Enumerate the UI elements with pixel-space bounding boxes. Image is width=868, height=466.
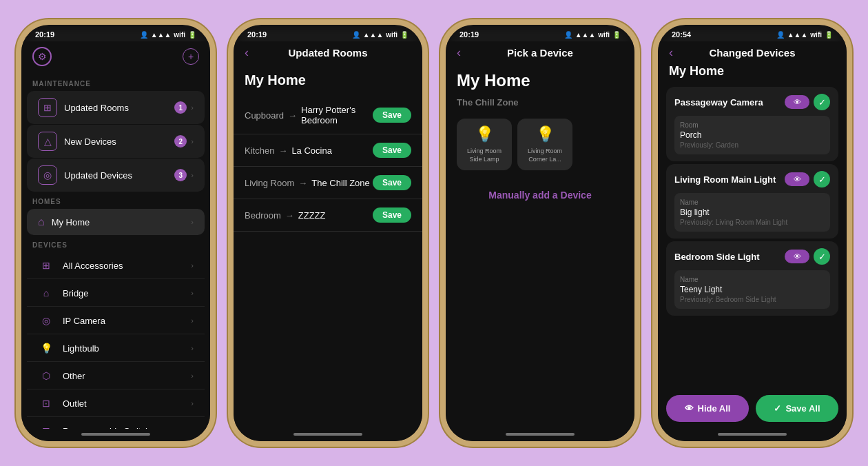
wifi-icon-2: wifi — [386, 31, 397, 39]
room-row-0: Cupboard → Harry Potter's Bedroom Save — [234, 97, 422, 134]
person-icon-1: 👤 — [140, 31, 148, 39]
toggle-eye-0[interactable]: 👁 — [785, 95, 809, 109]
signal-icon-1: ▲▲▲ — [151, 31, 172, 39]
outlet-item[interactable]: ⊡ Outlet › — [27, 390, 205, 417]
save-button-1[interactable]: Save — [373, 143, 411, 158]
toggle-check-0[interactable]: ✓ — [814, 94, 830, 110]
wifi-icon-1: wifi — [174, 31, 185, 39]
updated-devices-icon: ◎ — [38, 165, 57, 185]
device-name-0: Passageway Camera — [674, 97, 785, 108]
detail-label-1: Name — [680, 199, 825, 206]
my-home-item[interactable]: ⌂ My Home › — [27, 209, 205, 235]
time-3: 20:19 — [459, 30, 479, 39]
home-bar — [81, 433, 150, 436]
device-change-top-2: Bedroom Side Light 👁 ✓ — [674, 248, 830, 265]
updated-rooms-badge: 1 — [174, 101, 187, 114]
save-button-2[interactable]: Save — [373, 175, 411, 190]
new-devices-item[interactable]: △ New Devices 2 › — [27, 125, 205, 158]
person-icon-2: 👤 — [352, 31, 360, 39]
changed-home-name: My Home — [658, 61, 847, 84]
eye-icon-0: 👁 — [794, 98, 801, 106]
bridge-item[interactable]: ⌂ Bridge › — [27, 280, 205, 307]
save-button-3[interactable]: Save — [373, 207, 411, 223]
detail-value-1: Big light — [680, 207, 825, 217]
toggle-eye-2[interactable]: 👁 — [785, 250, 809, 263]
home-indicator-3 — [446, 429, 634, 441]
chevron-icon: › — [191, 316, 194, 325]
arrow-2: → — [298, 178, 307, 188]
battery-icon-4: 🔋 — [825, 31, 833, 39]
device-card-corner-la[interactable]: 💡 Living RoomCorner La... — [517, 119, 572, 170]
ip-camera-item[interactable]: ◎ IP Camera › — [27, 307, 205, 334]
phone-3: 20:19 👤 ▲▲▲ wifi 🔋 ‹ Pick a Device My Ho… — [440, 19, 640, 447]
screen-1: ⚙ + MAINTENANCE ⊞ Updated Rooms 1 › △ Ne… — [21, 41, 210, 429]
back-button-4[interactable]: ‹ — [669, 45, 673, 60]
home-indicator-1 — [21, 429, 210, 441]
home-bar — [506, 433, 575, 436]
arrow-0: → — [288, 110, 297, 121]
save-button-0[interactable]: Save — [373, 108, 411, 123]
ip-camera-label: IP Camera — [63, 316, 191, 326]
device-change-detail-2: Name Teeny Light Previously: Bedroom Sid… — [674, 270, 830, 309]
nav-title-4: Changed Devices — [709, 47, 795, 59]
detail-value-0: Porch — [680, 130, 825, 140]
toggle-check-2[interactable]: ✓ — [814, 248, 830, 265]
new-devices-badge: 2 — [174, 135, 187, 148]
detail-label-0: Room — [680, 121, 825, 129]
device-card-side-lamp[interactable]: 💡 Living RoomSide Lamp — [457, 119, 512, 170]
device-name-2: Bedroom Side Light — [674, 252, 785, 262]
phone-1: 20:19 👤 ▲▲▲ wifi 🔋 ⚙ + MAINTENANCE ⊞ Upd… — [16, 19, 216, 447]
device-grid-3: 💡 Living RoomSide Lamp 💡 Living RoomCorn… — [446, 113, 634, 176]
app-header-1: ⚙ + — [21, 41, 210, 74]
chevron-icon: › — [191, 171, 194, 179]
battery-icon-3: 🔋 — [612, 31, 621, 39]
homes-label: HOMES — [21, 192, 210, 208]
manually-add-button[interactable]: Manually add a Device — [446, 176, 634, 214]
updated-devices-badge: 3 — [174, 169, 187, 181]
plus-icon: + — [188, 51, 194, 62]
back-button-3[interactable]: ‹ — [457, 45, 461, 60]
room-from-1: Kitchen — [245, 145, 274, 156]
eye-icon-all: 👁 — [685, 403, 694, 414]
detail-prev-1: Previously: Living Room Main Light — [680, 219, 825, 226]
status-bar-1: 20:19 👤 ▲▲▲ wifi 🔋 — [21, 25, 210, 41]
person-icon-4: 👤 — [776, 31, 785, 39]
arrow-3: → — [285, 210, 294, 221]
chevron-icon: › — [191, 399, 194, 407]
device-change-row-1: Living Room Main Light 👁 ✓ Name Big ligh… — [666, 164, 838, 239]
chevron-icon: › — [191, 372, 194, 380]
updated-rooms-label: Updated Rooms — [64, 103, 174, 113]
toggle-check-1[interactable]: ✓ — [814, 171, 830, 188]
time-1: 20:19 — [35, 30, 54, 39]
updated-devices-item[interactable]: ◎ Updated Devices 3 › — [27, 159, 205, 192]
room-to-0: Harry Potter's Bedroom — [301, 105, 373, 125]
device-change-top-1: Living Room Main Light 👁 ✓ — [674, 171, 830, 188]
toggle-eye-1[interactable]: 👁 — [785, 172, 809, 186]
signal-icon-2: ▲▲▲ — [363, 31, 384, 39]
outlet-label: Outlet — [63, 398, 191, 409]
lightbulb-label: Lightbulb — [63, 343, 191, 354]
device-card-name-1: Living RoomCorner La... — [528, 148, 562, 163]
check-icon-1: ✓ — [818, 174, 826, 185]
device-change-detail-1: Name Big light Previously: Living Room M… — [674, 193, 830, 232]
room-to-2: The Chill Zone — [311, 178, 370, 188]
back-button-2[interactable]: ‹ — [245, 45, 249, 60]
lightbulb-item[interactable]: 💡 Lightbulb › — [27, 335, 205, 362]
maintenance-label: MAINTENANCE — [21, 74, 210, 90]
chevron-icon: › — [191, 137, 194, 145]
programmable-switch-item[interactable]: ⊞ Programmable Switch › — [27, 418, 205, 429]
eye-icon-1: 👁 — [794, 175, 801, 183]
save-all-button[interactable]: ✓ Save All — [756, 395, 838, 422]
add-button[interactable]: + — [183, 48, 199, 65]
home-bar — [718, 433, 787, 436]
new-devices-icon: △ — [38, 132, 57, 151]
chevron-icon: › — [191, 218, 194, 226]
updated-rooms-item[interactable]: ⊞ Updated Rooms 1 › — [27, 91, 205, 124]
hide-all-button[interactable]: 👁 Hide All — [666, 395, 749, 422]
other-item[interactable]: ⬡ Other › — [27, 363, 205, 389]
bridge-icon: ⌂ — [38, 287, 54, 298]
phone-4: 20:54 👤 ▲▲▲ wifi 🔋 ‹ Changed Devices My … — [652, 19, 852, 447]
status-icons-3: 👤 ▲▲▲ wifi 🔋 — [564, 31, 621, 39]
all-accessories-item[interactable]: ⊞ All Accessories › — [27, 252, 205, 279]
status-bar-3: 20:19 👤 ▲▲▲ wifi 🔋 — [446, 25, 634, 41]
